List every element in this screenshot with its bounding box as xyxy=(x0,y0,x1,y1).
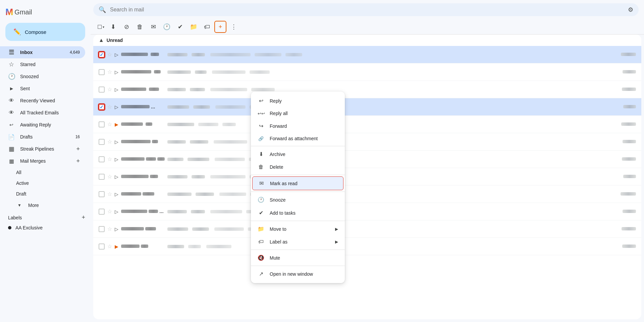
star-icon-6[interactable]: ☆ xyxy=(107,139,112,145)
email-row[interactable]: ☆ ▷ xyxy=(93,63,641,81)
menu-item-open-new-window[interactable]: ↗ Open in new window xyxy=(251,267,345,280)
email-list: ▲ Unread ✓ ☆ ▷ xyxy=(93,35,641,319)
email-time-4 xyxy=(619,105,636,109)
star-icon-10[interactable]: ☆ xyxy=(107,208,112,215)
report-spam-button[interactable]: ⊘ xyxy=(120,21,132,33)
menu-item-snooze[interactable]: 🕐 Snooze xyxy=(251,193,345,206)
sidebar-item-starred[interactable]: ☆ Starred xyxy=(0,58,85,70)
star-icon-1[interactable]: ☆ xyxy=(107,51,112,58)
email-row[interactable]: ☆ ▷ xyxy=(93,133,641,151)
menu-item-label-as[interactable]: 🏷 Label as ▶ xyxy=(251,235,345,248)
sidebar-item-more[interactable]: ▼ More xyxy=(0,199,85,211)
reply-icon: ↩ xyxy=(258,98,264,104)
forward-icon-3: ▷ xyxy=(115,87,118,92)
sidebar-item-all-tracked[interactable]: 👁 All Tracked Emails xyxy=(0,107,85,119)
email-checkbox-6[interactable] xyxy=(99,139,105,145)
email-checkbox-11[interactable] xyxy=(99,226,105,232)
more-options-button[interactable]: ⋮ xyxy=(228,21,240,33)
mail-merges-add-button[interactable]: + xyxy=(76,158,80,165)
sidebar-item-recently-viewed[interactable]: 👁 Recently Viewed xyxy=(0,95,85,107)
sidebar-item-drafts[interactable]: 📄 Drafts 16 xyxy=(0,131,85,143)
sidebar-item-mail-merges[interactable]: ▦ Mail Merges + xyxy=(0,155,85,167)
star-icon-2[interactable]: ☆ xyxy=(107,69,112,75)
mark-as-read-icon: ✉ xyxy=(258,180,265,186)
compose-button[interactable]: ✏️ Compose xyxy=(5,23,85,41)
filter-icon[interactable]: ⚙ xyxy=(628,6,633,13)
menu-label-label-as: Label as xyxy=(270,239,330,245)
star-icon-9[interactable]: ☆ xyxy=(107,191,112,197)
label-name-aa-exclusive: AA Exclusive xyxy=(15,225,43,230)
more-options-icon: ⋮ xyxy=(231,23,237,31)
menu-item-mark-as-read[interactable]: ✉ Mark as read xyxy=(252,176,343,190)
menu-item-mute[interactable]: 🔇 Mute xyxy=(251,251,345,264)
sidebar-item-awaiting-reply[interactable]: ↩ Awaiting Reply xyxy=(0,119,85,131)
email-row[interactable]: ☆ ▷ xyxy=(93,203,641,220)
labels-add-button[interactable]: + xyxy=(82,214,85,221)
star-icon-8[interactable]: ☆ xyxy=(107,173,112,180)
mark-unread-button[interactable]: ✉ xyxy=(147,21,159,33)
compose-label: Compose xyxy=(25,29,46,35)
email-row[interactable]: ☆ ▷ xyxy=(93,81,641,98)
sidebar-sub-item-draft[interactable]: Draft xyxy=(0,189,85,199)
search-input[interactable] xyxy=(110,7,624,13)
menu-item-reply-all[interactable]: ↩↩ Reply all xyxy=(251,107,345,119)
menu-item-move-to[interactable]: 📁 Move to ▶ xyxy=(251,222,345,235)
star-icon-11[interactable]: ☆ xyxy=(107,226,112,232)
email-checkbox-2[interactable] xyxy=(99,69,105,75)
sidebar-item-snoozed[interactable]: 🕐 Snoozed xyxy=(0,70,85,83)
email-checkbox-9[interactable] xyxy=(99,191,105,197)
email-checkbox-12[interactable] xyxy=(99,244,105,250)
move-to-button[interactable]: 📁 xyxy=(187,21,200,33)
star-icon-3[interactable]: ☆ xyxy=(107,86,112,93)
email-checkbox-7[interactable] xyxy=(99,156,105,162)
sidebar-item-label-drafts: Drafts xyxy=(20,134,70,140)
email-snippet-4 xyxy=(167,105,616,109)
menu-item-delete[interactable]: 🗑 Delete xyxy=(251,161,345,173)
email-checkbox-1[interactable]: ✓ xyxy=(99,52,105,58)
email-row[interactable]: ☆ ▷ xyxy=(93,185,641,203)
menu-label-move-to: Move to xyxy=(270,226,330,232)
open-new-window-icon: ↗ xyxy=(258,271,264,277)
email-row[interactable]: ☆ ▷ xyxy=(93,220,641,238)
email-checkbox-10[interactable] xyxy=(99,209,105,215)
email-row[interactable]: ✓ ☆ ▷ xyxy=(93,98,641,116)
email-row[interactable]: ✓ ☆ ▷ xyxy=(93,46,641,63)
add-label-button[interactable]: + xyxy=(214,21,226,33)
archive-button[interactable]: ⬇ xyxy=(107,21,119,33)
sidebar-item-inbox[interactable]: ☰ Inbox 4,649 xyxy=(0,46,85,58)
sidebar-sub-item-active[interactable]: Active xyxy=(0,178,85,189)
snooze-button[interactable]: 🕐 xyxy=(161,21,173,33)
sub-item-label-all: All xyxy=(16,170,21,175)
menu-item-add-to-tasks[interactable]: ✔ Add to tasks xyxy=(251,206,345,219)
sidebar-sub-item-all[interactable]: All xyxy=(0,167,85,178)
sidebar-item-sent[interactable]: ▶ Sent xyxy=(0,83,85,95)
email-row[interactable]: ☆ ▶ xyxy=(93,238,641,255)
menu-item-forward-attachment[interactable]: 🔗 Forward as attachment xyxy=(251,132,345,145)
section-chevron-icon[interactable]: ▲ xyxy=(99,37,104,43)
star-icon-12[interactable]: ☆ xyxy=(107,243,112,250)
menu-item-forward[interactable]: ↪ Forward xyxy=(251,119,345,132)
label-item-aa-exclusive[interactable]: AA Exclusive xyxy=(0,222,85,233)
delete-button[interactable]: 🗑 xyxy=(134,21,146,33)
menu-item-reply[interactable]: ↩ Reply xyxy=(251,94,345,107)
email-checkbox-4[interactable]: ✓ xyxy=(99,104,105,110)
email-row[interactable]: ☆ ▷ xyxy=(93,168,641,185)
star-icon-4[interactable]: ☆ xyxy=(107,104,112,110)
star-icon-7[interactable]: ☆ xyxy=(107,156,112,162)
pencil-icon: ✏️ xyxy=(13,28,21,36)
email-snippet-10 xyxy=(167,210,616,213)
email-row[interactable]: ☆ ▶ xyxy=(93,116,641,133)
sub-item-label-draft: Draft xyxy=(16,191,26,197)
star-icon-5[interactable]: ☆ xyxy=(107,121,112,127)
email-checkbox-3[interactable] xyxy=(99,87,105,93)
streak-add-button[interactable]: + xyxy=(76,146,80,153)
sidebar-item-streak[interactable]: ▦ Streak Pipelines + xyxy=(0,143,85,155)
email-checkbox-5[interactable] xyxy=(99,121,105,127)
star-icon: ☆ xyxy=(8,61,15,68)
add-to-tasks-button[interactable]: ✔ xyxy=(174,21,186,33)
email-checkbox-8[interactable] xyxy=(99,174,105,180)
labels-button[interactable]: 🏷 xyxy=(201,21,213,33)
select-button[interactable]: ☐ ▾ xyxy=(96,21,106,33)
menu-item-archive[interactable]: ⬇ Archive xyxy=(251,148,345,161)
email-row[interactable]: ☆ ▷ xyxy=(93,151,641,168)
